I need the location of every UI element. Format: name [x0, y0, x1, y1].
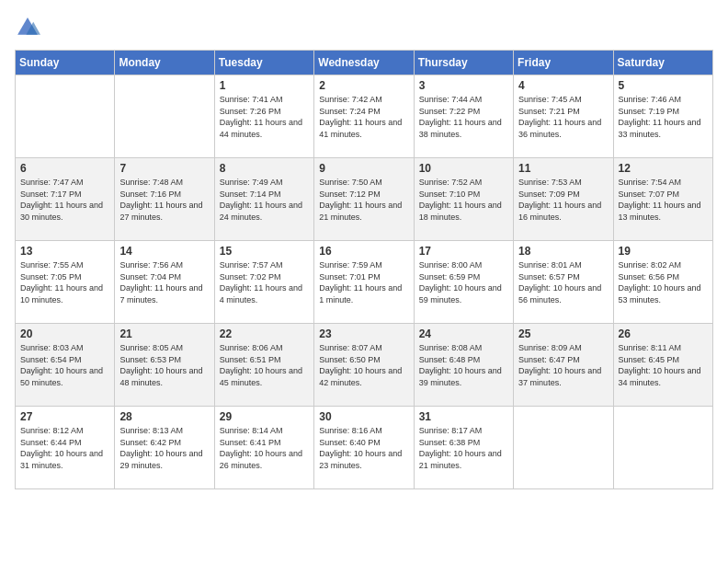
- day-detail: Sunrise: 8:13 AM Sunset: 6:42 PM Dayligh…: [119, 425, 209, 471]
- day-detail: Sunrise: 8:00 AM Sunset: 6:59 PM Dayligh…: [419, 259, 508, 305]
- calendar-table: SundayMondayTuesdayWednesdayThursdayFrid…: [15, 50, 713, 489]
- day-detail: Sunrise: 7:52 AM Sunset: 7:10 PM Dayligh…: [419, 177, 508, 223]
- calendar-day-cell: 28Sunrise: 8:13 AM Sunset: 6:42 PM Dayli…: [115, 407, 214, 489]
- day-detail: Sunrise: 7:53 AM Sunset: 7:09 PM Dayligh…: [518, 177, 608, 223]
- calendar-day-cell: 1Sunrise: 7:41 AM Sunset: 7:26 PM Daylig…: [214, 75, 313, 158]
- header-day: Monday: [115, 51, 214, 75]
- calendar-day-cell: 12Sunrise: 7:54 AM Sunset: 7:07 PM Dayli…: [613, 158, 712, 241]
- day-detail: Sunrise: 7:57 AM Sunset: 7:02 PM Dayligh…: [220, 259, 309, 305]
- day-detail: Sunrise: 7:41 AM Sunset: 7:26 PM Dayligh…: [220, 94, 309, 140]
- header-day: Sunday: [16, 51, 115, 75]
- day-number: 12: [619, 162, 708, 175]
- day-detail: Sunrise: 7:42 AM Sunset: 7:24 PM Dayligh…: [319, 94, 408, 140]
- day-number: 14: [119, 245, 209, 258]
- calendar-day-cell: 27Sunrise: 8:12 AM Sunset: 6:44 PM Dayli…: [16, 407, 115, 489]
- day-detail: Sunrise: 8:08 AM Sunset: 6:48 PM Dayligh…: [419, 342, 508, 388]
- calendar-week-row: 13Sunrise: 7:55 AM Sunset: 7:05 PM Dayli…: [16, 241, 713, 324]
- day-detail: Sunrise: 8:03 AM Sunset: 6:54 PM Dayligh…: [20, 342, 109, 388]
- day-detail: Sunrise: 7:48 AM Sunset: 7:16 PM Dayligh…: [119, 177, 209, 223]
- calendar-day-cell: 7Sunrise: 7:48 AM Sunset: 7:16 PM Daylig…: [115, 158, 214, 241]
- day-detail: Sunrise: 7:55 AM Sunset: 7:05 PM Dayligh…: [20, 259, 109, 305]
- calendar-day-cell: 19Sunrise: 8:02 AM Sunset: 6:56 PM Dayli…: [613, 241, 712, 324]
- calendar-day-cell: 30Sunrise: 8:16 AM Sunset: 6:40 PM Dayli…: [314, 407, 414, 489]
- day-detail: Sunrise: 8:07 AM Sunset: 6:50 PM Dayligh…: [319, 342, 408, 388]
- header-day: Tuesday: [214, 51, 313, 75]
- day-detail: Sunrise: 7:56 AM Sunset: 7:04 PM Dayligh…: [119, 259, 209, 305]
- day-number: 31: [419, 410, 508, 423]
- header-day: Wednesday: [314, 51, 414, 75]
- page-header: [15, 15, 713, 40]
- day-detail: Sunrise: 8:12 AM Sunset: 6:44 PM Dayligh…: [20, 425, 109, 471]
- calendar-day-cell: 10Sunrise: 7:52 AM Sunset: 7:10 PM Dayli…: [414, 158, 513, 241]
- logo: [15, 15, 44, 40]
- calendar-day-cell: 25Sunrise: 8:09 AM Sunset: 6:47 PM Dayli…: [514, 324, 613, 407]
- day-number: 22: [220, 327, 309, 340]
- calendar-day-cell: 14Sunrise: 7:56 AM Sunset: 7:04 PM Dayli…: [115, 241, 214, 324]
- day-detail: Sunrise: 7:47 AM Sunset: 7:17 PM Dayligh…: [20, 177, 109, 223]
- calendar-day-cell: [514, 407, 613, 489]
- day-number: 4: [518, 79, 608, 92]
- calendar-day-cell: 8Sunrise: 7:49 AM Sunset: 7:14 PM Daylig…: [214, 158, 313, 241]
- day-detail: Sunrise: 8:16 AM Sunset: 6:40 PM Dayligh…: [319, 425, 408, 471]
- calendar-day-cell: [16, 75, 115, 158]
- calendar-day-cell: 11Sunrise: 7:53 AM Sunset: 7:09 PM Dayli…: [514, 158, 613, 241]
- day-number: 19: [619, 245, 708, 258]
- day-number: 25: [518, 327, 608, 340]
- calendar-week-row: 27Sunrise: 8:12 AM Sunset: 6:44 PM Dayli…: [16, 407, 713, 489]
- day-number: 27: [20, 410, 109, 423]
- day-detail: Sunrise: 8:09 AM Sunset: 6:47 PM Dayligh…: [518, 342, 608, 388]
- calendar-day-cell: 29Sunrise: 8:14 AM Sunset: 6:41 PM Dayli…: [214, 407, 313, 489]
- day-detail: Sunrise: 7:44 AM Sunset: 7:22 PM Dayligh…: [419, 94, 508, 140]
- day-number: 3: [419, 79, 508, 92]
- day-number: 30: [319, 410, 408, 423]
- day-number: 1: [220, 79, 309, 92]
- calendar-day-cell: 13Sunrise: 7:55 AM Sunset: 7:05 PM Dayli…: [16, 241, 115, 324]
- day-detail: Sunrise: 7:50 AM Sunset: 7:12 PM Dayligh…: [319, 177, 408, 223]
- day-number: 6: [20, 162, 109, 175]
- day-detail: Sunrise: 7:59 AM Sunset: 7:01 PM Dayligh…: [319, 259, 408, 305]
- day-number: 26: [619, 327, 708, 340]
- header-row: SundayMondayTuesdayWednesdayThursdayFrid…: [16, 51, 713, 75]
- logo-icon: [15, 15, 40, 40]
- day-detail: Sunrise: 8:17 AM Sunset: 6:38 PM Dayligh…: [419, 425, 508, 471]
- day-detail: Sunrise: 7:49 AM Sunset: 7:14 PM Dayligh…: [220, 177, 309, 223]
- day-number: 24: [419, 327, 508, 340]
- calendar-day-cell: 15Sunrise: 7:57 AM Sunset: 7:02 PM Dayli…: [214, 241, 313, 324]
- day-number: 13: [20, 245, 109, 258]
- day-number: 5: [619, 79, 708, 92]
- day-number: 7: [119, 162, 209, 175]
- day-number: 2: [319, 79, 408, 92]
- day-number: 28: [119, 410, 209, 423]
- day-detail: Sunrise: 7:54 AM Sunset: 7:07 PM Dayligh…: [619, 177, 708, 223]
- calendar-day-cell: 24Sunrise: 8:08 AM Sunset: 6:48 PM Dayli…: [414, 324, 513, 407]
- calendar-day-cell: 21Sunrise: 8:05 AM Sunset: 6:53 PM Dayli…: [115, 324, 214, 407]
- day-number: 18: [518, 245, 608, 258]
- day-detail: Sunrise: 7:46 AM Sunset: 7:19 PM Dayligh…: [619, 94, 708, 140]
- calendar-week-row: 6Sunrise: 7:47 AM Sunset: 7:17 PM Daylig…: [16, 158, 713, 241]
- day-detail: Sunrise: 8:06 AM Sunset: 6:51 PM Dayligh…: [220, 342, 309, 388]
- day-number: 11: [518, 162, 608, 175]
- header-day: Friday: [514, 51, 613, 75]
- calendar-week-row: 20Sunrise: 8:03 AM Sunset: 6:54 PM Dayli…: [16, 324, 713, 407]
- calendar-day-cell: 5Sunrise: 7:46 AM Sunset: 7:19 PM Daylig…: [613, 75, 712, 158]
- day-number: 10: [419, 162, 508, 175]
- day-number: 15: [220, 245, 309, 258]
- calendar-day-cell: 6Sunrise: 7:47 AM Sunset: 7:17 PM Daylig…: [16, 158, 115, 241]
- calendar-day-cell: 20Sunrise: 8:03 AM Sunset: 6:54 PM Dayli…: [16, 324, 115, 407]
- calendar-day-cell: 9Sunrise: 7:50 AM Sunset: 7:12 PM Daylig…: [314, 158, 414, 241]
- calendar-week-row: 1Sunrise: 7:41 AM Sunset: 7:26 PM Daylig…: [16, 75, 713, 158]
- calendar-day-cell: 2Sunrise: 7:42 AM Sunset: 7:24 PM Daylig…: [314, 75, 414, 158]
- day-detail: Sunrise: 7:45 AM Sunset: 7:21 PM Dayligh…: [518, 94, 608, 140]
- day-number: 23: [319, 327, 408, 340]
- day-number: 17: [419, 245, 508, 258]
- day-detail: Sunrise: 8:05 AM Sunset: 6:53 PM Dayligh…: [119, 342, 209, 388]
- day-number: 8: [220, 162, 309, 175]
- calendar-day-cell: 3Sunrise: 7:44 AM Sunset: 7:22 PM Daylig…: [414, 75, 513, 158]
- header-day: Thursday: [414, 51, 513, 75]
- calendar-day-cell: 22Sunrise: 8:06 AM Sunset: 6:51 PM Dayli…: [214, 324, 313, 407]
- calendar-day-cell: 16Sunrise: 7:59 AM Sunset: 7:01 PM Dayli…: [314, 241, 414, 324]
- calendar-day-cell: [613, 407, 712, 489]
- calendar-day-cell: 26Sunrise: 8:11 AM Sunset: 6:45 PM Dayli…: [613, 324, 712, 407]
- day-detail: Sunrise: 8:02 AM Sunset: 6:56 PM Dayligh…: [619, 259, 708, 305]
- calendar-day-cell: 17Sunrise: 8:00 AM Sunset: 6:59 PM Dayli…: [414, 241, 513, 324]
